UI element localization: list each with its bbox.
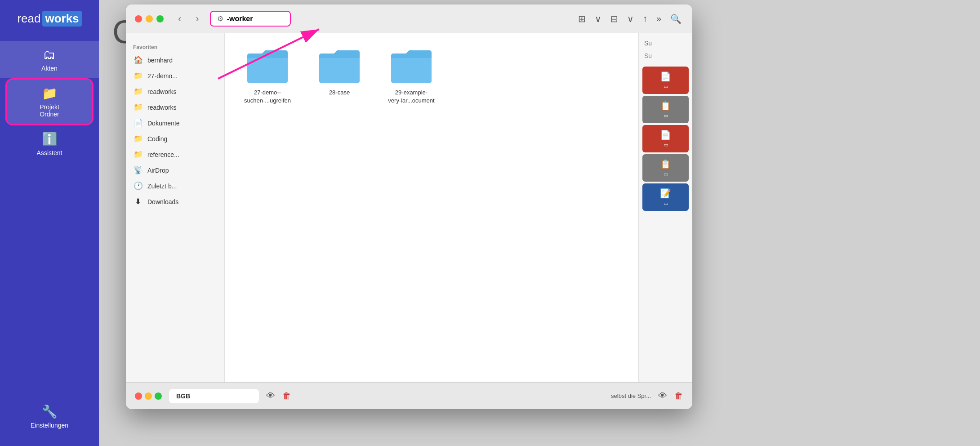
finder-body: Favoriten 🏠 bernhard 📁 27-demo... 📁 read… (126, 33, 692, 382)
word-icon-sub: ▭ (664, 201, 668, 206)
sidebar-bernhard-label: bernhard (147, 57, 173, 64)
view-dropdown-button[interactable]: ∨ (625, 12, 636, 26)
sidebar-label-akten: Akten (41, 65, 58, 72)
finder-window: ‹ › ⚙ -worker ⊞ ∨ ⊟ ∨ ↑ » 🔍 Favoriten (126, 4, 692, 409)
sidebar-item-27demo[interactable]: 📁 27-demo... (126, 68, 224, 84)
sidebar-item-projekt-ordner[interactable]: 📁 Projekt Ordner (5, 78, 94, 125)
sidebar-item-assistent[interactable]: ℹ️ Assistent (0, 125, 99, 163)
search-button[interactable]: 🔍 (668, 12, 683, 26)
minimize-button[interactable] (146, 15, 153, 22)
view-grid-button[interactable]: ⊞ (576, 12, 588, 26)
folder-icon-2 (317, 47, 362, 85)
file-name-3: 29-example- very-lar...ocument (388, 89, 434, 105)
panel-gray-item-2[interactable]: 📋 ▭ (642, 154, 689, 182)
sidebar-airdrop-label: AirDrop (147, 167, 169, 174)
finder-bottom-bar: BGB 👁 🗑 selbst die Spr... 👁 🗑 (126, 382, 692, 409)
favorites-section-title: Favoriten (126, 40, 224, 52)
logo-works: works (42, 11, 81, 27)
bottom-eye-icon-2[interactable]: 👁 (658, 391, 667, 401)
sidebar-27demo-label: 27-demo... (147, 72, 178, 80)
maximize-button[interactable] (156, 15, 164, 22)
folder-icon-1 (245, 47, 290, 85)
sidebar-item-einstellungen[interactable]: 🔧 Einstellungen (0, 398, 99, 435)
panel-blue-item[interactable]: 📝 ▭ (642, 183, 689, 211)
folder-icon-readworks2: 📁 (133, 103, 143, 112)
sidebar-item-zuletzt[interactable]: 🕐 Zuletzt b... (126, 178, 224, 194)
home-icon: 🏠 (133, 55, 143, 65)
bottom-close-btn[interactable] (135, 392, 142, 400)
logo-read: read (17, 12, 40, 26)
file-item-2[interactable]: 28-case (310, 47, 369, 105)
panel-gray-item-1[interactable]: 📋 ▭ (642, 96, 689, 123)
bottom-trash-icon-2[interactable]: 🗑 (674, 391, 683, 401)
document-icon: 📄 (133, 118, 143, 128)
more-button[interactable]: » (655, 12, 663, 26)
pdf-icon-1: 📄 (660, 71, 671, 82)
bottom-label: BGB (176, 392, 190, 400)
panel-red-item-2[interactable]: 📄 ▭ (642, 125, 689, 152)
sidebar-readworks1-label: readworks (147, 88, 177, 95)
folder-icon-3 (389, 47, 434, 85)
panel-red-item-1[interactable]: 📄 ▭ (642, 67, 689, 94)
view-columns-button[interactable]: ⊟ (609, 12, 620, 26)
traffic-lights (135, 15, 164, 22)
assistent-icon: ℹ️ (42, 132, 58, 147)
folder-icon-coding: 📁 (133, 134, 143, 143)
sidebar-dokumente-label: Dokumente (147, 120, 180, 127)
sidebar-downloads-label: Downloads (147, 198, 178, 205)
bottom-trash-icon[interactable]: 🗑 (282, 391, 291, 401)
projekt-ordner-icon: 📁 (42, 86, 58, 101)
bottom-eye-icon[interactable]: 👁 (266, 391, 275, 401)
sidebar-label-assistent: Assistent (37, 149, 62, 156)
su-sublabel: Su (642, 50, 689, 61)
sidebar-item-bernhard[interactable]: 🏠 bernhard (126, 52, 224, 68)
sidebar-item-airdrop[interactable]: 📡 AirDrop (126, 162, 224, 178)
su-label: Su (642, 38, 689, 49)
location-gear-icon: ⚙ (217, 14, 223, 23)
sidebar-label-projekt-ordner: Projekt Ordner (40, 103, 59, 118)
view-controls: ⊞ ∨ ⊟ ∨ ↑ » 🔍 (576, 12, 683, 26)
einstellungen-icon: 🔧 (42, 404, 58, 419)
location-text: -worker (227, 15, 253, 23)
file-item-1[interactable]: 27-demo-- suchen-...ugreifen (238, 47, 297, 105)
sidebar-coding-label: Coding (147, 135, 167, 143)
location-bar[interactable]: ⚙ -worker (210, 11, 291, 27)
share-button[interactable]: ↑ (641, 12, 649, 26)
bottom-maximize-btn[interactable] (155, 392, 162, 400)
sidebar-item-reference[interactable]: 📁 reference... (126, 147, 224, 162)
doc-icon-1: 📋 (660, 100, 671, 111)
folder-icon-readworks1: 📁 (133, 87, 143, 96)
close-button[interactable] (135, 15, 142, 22)
bottom-section: BGB (169, 389, 259, 403)
bottom-minimize-btn[interactable] (145, 392, 152, 400)
airdrop-icon: 📡 (133, 165, 143, 175)
file-name-1: 27-demo-- suchen-...ugreifen (244, 89, 291, 105)
file-name-2: 28-case (329, 89, 350, 97)
view-list-button[interactable]: ∨ (593, 12, 603, 26)
bottom-text: selbst die Spr... (611, 392, 651, 399)
sidebar-item-coding[interactable]: 📁 Coding (126, 131, 224, 147)
main-content: C ‹ › ⚙ -worker ⊞ ∨ ⊟ ∨ ↑ (99, 0, 980, 446)
finder-toolbar: ‹ › ⚙ -worker ⊞ ∨ ⊟ ∨ ↑ » 🔍 (126, 4, 692, 33)
sidebar-item-readworks1[interactable]: 📁 readworks (126, 84, 224, 99)
pdf-icon-2: 📄 (660, 129, 671, 140)
doc-icon-2: 📋 (660, 159, 671, 169)
doc-icon-sub: ▭ (664, 113, 668, 119)
sidebar-item-downloads[interactable]: ⬇ Downloads (126, 194, 224, 210)
app-sidebar: readworks 🗂 Akten 📁 Projekt Ordner ℹ️ As… (0, 0, 99, 446)
app-logo: readworks (10, 11, 89, 27)
sidebar-item-akten[interactable]: 🗂 Akten (0, 41, 99, 78)
file-item-3[interactable]: 29-example- very-lar...ocument (382, 47, 441, 105)
folder-icon-reference: 📁 (133, 150, 143, 159)
folder-icon-27demo: 📁 (133, 71, 143, 80)
pdf-icon-dog-ear: ▭ (664, 84, 668, 89)
sidebar-readworks2-label: readworks (147, 104, 177, 111)
bottom-traffic-lights (135, 392, 162, 400)
sidebar-item-dokumente[interactable]: 📄 Dokumente (126, 115, 224, 131)
sidebar-reference-label: reference... (147, 151, 179, 158)
nav-forward-button[interactable]: › (192, 11, 202, 27)
akten-icon: 🗂 (43, 47, 56, 62)
nav-back-button[interactable]: ‹ (174, 11, 185, 27)
sidebar-label-einstellungen: Einstellungen (31, 422, 68, 429)
sidebar-item-readworks2[interactable]: 📁 readworks (126, 99, 224, 115)
